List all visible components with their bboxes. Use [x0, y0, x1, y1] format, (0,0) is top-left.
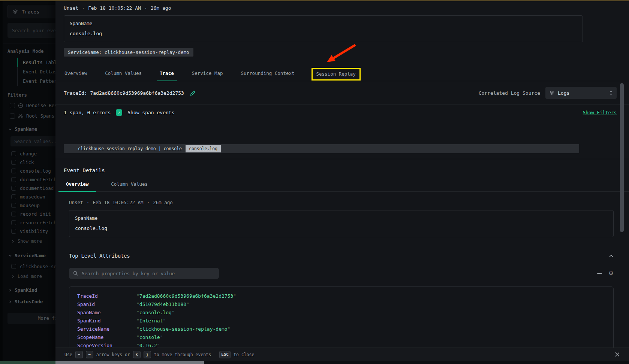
filter-value-row[interactable]: visibility	[11, 227, 55, 236]
k-key: k	[133, 351, 141, 358]
group-servicename-header[interactable]: ServiceName	[8, 253, 55, 258]
vertical-scrollbar[interactable]	[620, 83, 624, 232]
filter-value-row[interactable]: mousedown	[11, 192, 55, 201]
esc-key: ESC	[219, 351, 231, 358]
tab-surrounding-context[interactable]: Surrounding Context	[240, 67, 295, 81]
value-checkbox[interactable]	[11, 203, 16, 208]
attribute-row[interactable]: SpanIdd51079d4eb11b080	[69, 300, 613, 308]
mode-results-table[interactable]: Results Table	[17, 58, 55, 67]
edit-pencil-icon[interactable]	[190, 90, 196, 96]
value-label: console.log	[20, 168, 51, 174]
filter-value-row[interactable]: console.log	[11, 167, 55, 175]
top-level-attributes-header: Top Level Attributes	[69, 253, 614, 259]
filter-value-row[interactable]: record init	[11, 210, 55, 218]
attribute-key: SpanId	[77, 301, 136, 307]
lines-icon[interactable]	[597, 273, 602, 274]
attribute-row[interactable]: ScopeVersion0.16.2	[69, 341, 613, 348]
panel-tabs: Overview Column Values Trace Service Map…	[55, 67, 629, 81]
attribute-row[interactable]: TraceId7ad2ad8660c9d53969a6bf6a3e2d2753	[69, 292, 613, 300]
attributes-search[interactable]	[69, 268, 219, 279]
show-more-link[interactable]: Show more	[11, 239, 55, 244]
group-statuscode-header[interactable]: StatusCode	[8, 299, 55, 304]
tab-trace[interactable]: Trace	[159, 67, 175, 81]
footer-text: Use	[64, 352, 72, 357]
horizontal-scrollbar-thumb[interactable]	[55, 361, 204, 364]
ed-tab-column-values[interactable]: Column Values	[109, 178, 150, 191]
value-checkbox[interactable]	[11, 229, 16, 234]
filter-value-row[interactable]: documentFetch	[11, 175, 55, 184]
attribute-row[interactable]: SpanKindInternal	[69, 316, 613, 325]
attribute-value: console	[136, 334, 163, 340]
filter-value-row[interactable]: clickhouse-sessio	[11, 262, 55, 271]
show-filters-link[interactable]: Show Filters	[583, 110, 617, 115]
mode-event-deltas[interactable]: Event Deltas	[17, 67, 55, 76]
timestamp: Feb 18 10:05:22 AM	[93, 200, 143, 205]
toggle-label: Denoise Results	[26, 103, 55, 108]
value-checkbox[interactable]	[11, 264, 16, 269]
root-spans-checkbox[interactable]	[10, 113, 15, 119]
gear-icon[interactable]: ⚙	[609, 271, 614, 276]
attribute-key: SpanKind	[77, 318, 136, 324]
spanname-values-search-input[interactable]	[10, 136, 55, 146]
search-icon	[73, 271, 78, 276]
servicename-values: clickhouse-sessio	[3, 262, 55, 271]
value-checkbox[interactable]	[11, 220, 16, 225]
filter-value-row[interactable]: mouseup	[11, 201, 55, 210]
service-name-badge[interactable]: ServiceName: clickhouse-session-replay-d…	[64, 48, 193, 57]
toggle-denoise-results[interactable]: Denoise Results	[10, 103, 55, 108]
source-selector[interactable]: Traces	[7, 5, 55, 18]
log-source-select[interactable]: Logs	[545, 87, 617, 99]
value-checkbox[interactable]	[11, 212, 16, 216]
value-checkbox[interactable]	[11, 169, 16, 173]
ed-tab-overview[interactable]: Overview	[64, 178, 91, 191]
group-spanname-header[interactable]: SpanName	[8, 126, 55, 132]
span-count-text: 1 span, 0 errors	[64, 110, 111, 115]
value-checkbox[interactable]	[11, 186, 16, 191]
correlated-log-source-label: Correlated Log Source	[479, 90, 540, 96]
value-checkbox[interactable]	[11, 160, 16, 165]
denoise-checkbox[interactable]	[10, 103, 15, 108]
load-more-label: Load more	[18, 274, 42, 279]
group-title: SpanName	[15, 126, 37, 132]
filter-value-row[interactable]: resourceFetch	[11, 218, 55, 227]
source-label: Traces	[22, 9, 39, 15]
trace-waterfall: clickhouse-session-replay-demo | console…	[64, 144, 617, 153]
span-name-card: SpanName console.log	[64, 15, 583, 42]
span-bar[interactable]: clickhouse-session-replay-demo | console…	[64, 144, 579, 153]
attributes-search-input[interactable]	[82, 271, 215, 276]
group-spankind-header[interactable]: SpanKind	[8, 287, 55, 293]
show-span-events-checkbox[interactable]: ✓	[116, 109, 122, 116]
divider	[55, 159, 629, 159]
annotation-arrow-icon	[322, 43, 358, 64]
analysis-mode-title: Analysis Mode	[7, 49, 55, 54]
load-more-link[interactable]: Load more	[11, 274, 55, 279]
tab-session-replay[interactable]: Session Replay	[312, 68, 360, 80]
tab-column-values[interactable]: Column Values	[104, 67, 142, 81]
value-checkbox[interactable]	[11, 194, 16, 199]
value-checkbox[interactable]	[11, 151, 16, 156]
span-card-label: SpanName	[70, 21, 577, 26]
tab-overview[interactable]: Overview	[64, 67, 88, 81]
mode-event-patterns[interactable]: Event Patterns	[17, 76, 55, 86]
attribute-row[interactable]: ServiceNameclickhouse-session-replay-dem…	[69, 325, 613, 333]
collapse-chevron-icon[interactable]	[609, 254, 614, 258]
attribute-value: clickhouse-session-replay-demo	[136, 326, 230, 332]
attribute-row[interactable]: ScopeNameconsole	[69, 333, 613, 341]
select-caret-icon	[609, 90, 613, 95]
event-details-tabs: Overview Column Values	[61, 178, 629, 192]
span-bar-chip: console.log	[186, 145, 221, 152]
more-filters-button[interactable]: More filters	[7, 313, 55, 324]
attribute-row[interactable]: SpanNameconsole.log	[69, 308, 613, 316]
value-label: mouseup	[20, 203, 40, 208]
toggle-root-spans-only[interactable]: Root Spans Only	[10, 113, 55, 119]
close-icon[interactable]	[614, 352, 620, 357]
value-checkbox[interactable]	[11, 177, 16, 182]
filter-value-row[interactable]: change	[11, 149, 55, 158]
app-window: Traces Analysis Mode Results Table Event…	[0, 0, 629, 364]
filter-value-row[interactable]: click	[11, 158, 55, 167]
horizontal-scrollbar[interactable]	[0, 361, 629, 364]
event-search-input[interactable]	[7, 23, 55, 38]
log-source-value: Logs	[558, 90, 569, 96]
tab-service-map[interactable]: Service Map	[191, 67, 224, 81]
filter-value-row[interactable]: documentLoad	[11, 184, 55, 192]
